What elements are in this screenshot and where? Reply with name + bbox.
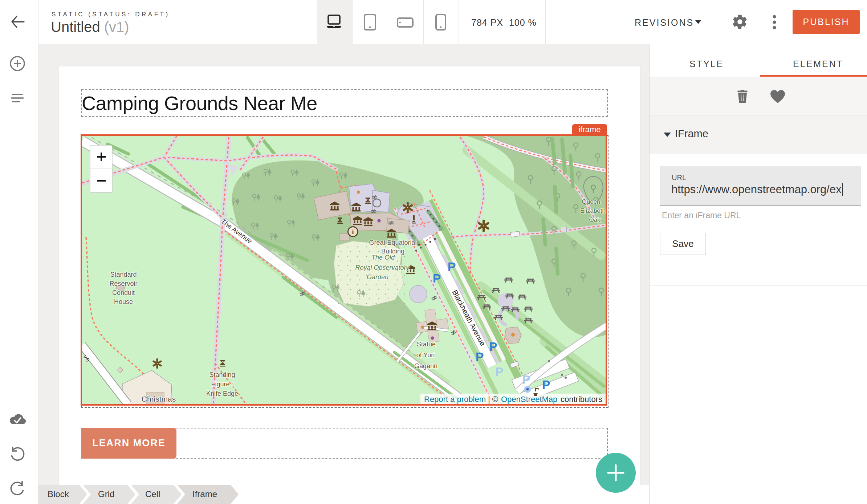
svg-text:Standard: Standard xyxy=(110,271,137,278)
svg-text:P: P xyxy=(448,260,456,273)
svg-text:Great Equatorial: Great Equatorial xyxy=(369,239,416,246)
svg-text:| ©: | © xyxy=(488,395,498,404)
svg-text:Report a problem: Report a problem xyxy=(424,395,486,404)
svg-text:P: P xyxy=(522,373,530,386)
svg-text:P: P xyxy=(489,340,497,353)
svg-text:Knife Edge: Knife Edge xyxy=(206,390,238,397)
svg-text:Conduit: Conduit xyxy=(112,289,135,296)
svg-text:Cell: Cell xyxy=(145,489,160,499)
svg-text:Oak: Oak xyxy=(589,216,601,223)
svg-text:Royal Observatory: Royal Observatory xyxy=(355,264,410,271)
svg-text:Gagarin: Gagarin xyxy=(414,362,437,370)
svg-text:Grid: Grid xyxy=(98,489,114,499)
svg-text:Queen: Queen xyxy=(582,198,600,205)
svg-text:Statue: Statue xyxy=(417,341,436,348)
svg-text:P: P xyxy=(495,365,504,378)
svg-text:contributors: contributors xyxy=(561,395,602,404)
svg-text:The Old: The Old xyxy=(371,254,395,261)
svg-text:of Yuri: of Yuri xyxy=(416,351,435,359)
svg-text:OpenStreetMap: OpenStreetMap xyxy=(501,395,557,404)
svg-text:Christmas: Christmas xyxy=(142,395,176,403)
svg-text:P: P xyxy=(542,378,550,391)
svg-text:Iframe: Iframe xyxy=(192,489,217,499)
svg-text:P: P xyxy=(476,350,484,363)
svg-text:Figure :: Figure : xyxy=(211,381,233,388)
svg-text:Garden: Garden xyxy=(367,273,388,281)
svg-text:Standing: Standing xyxy=(209,371,235,378)
svg-text:Reservoir: Reservoir xyxy=(109,280,137,287)
svg-text:Block: Block xyxy=(48,489,69,499)
svg-text:Elizabeth: Elizabeth xyxy=(580,207,606,214)
svg-text:i: i xyxy=(352,228,354,236)
svg-text:P: P xyxy=(433,271,441,285)
svg-text:House: House xyxy=(114,298,133,305)
